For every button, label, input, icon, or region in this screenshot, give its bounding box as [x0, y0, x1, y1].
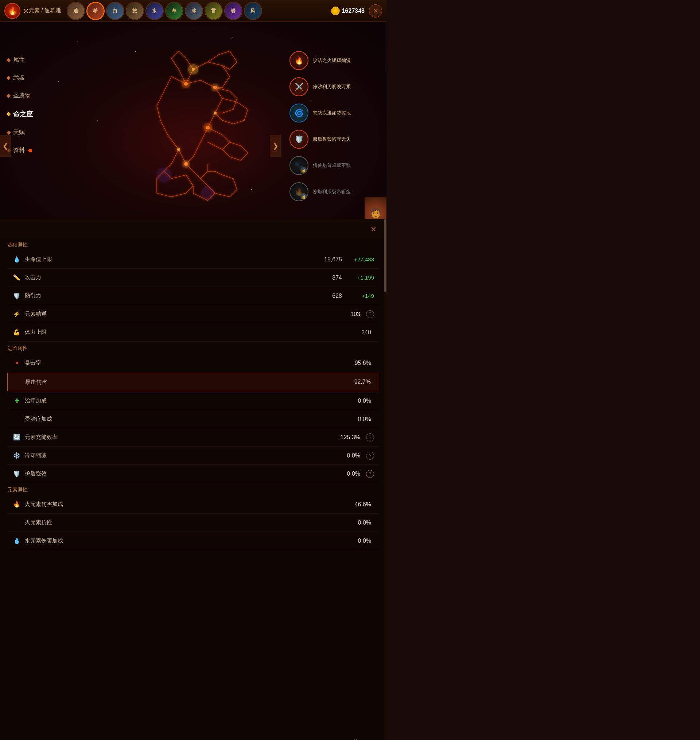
nav-item-weapon[interactable]: 武器 [0, 69, 55, 87]
ability-item-1[interactable]: 🔥 皎洁之火铓辉灿漫 [284, 47, 387, 73]
em-icon: ⚡ [12, 310, 21, 319]
stat-row-critdmg: 暴击伤害 92.7% [7, 373, 379, 391]
ability-item-5[interactable]: 🐾 🔒 猎兽魁首卓萃不羁 [284, 153, 387, 179]
stat-name-hydro-dmg: 水元素伤害加成 [25, 537, 346, 544]
critrate-icon: ✦ [12, 359, 21, 367]
stat-name-pyro-res: 火元素抗性 [25, 519, 346, 526]
stat-name-shield: 护盾强效 [25, 470, 335, 477]
stat-row-em: ⚡ 元素精通 103 ? [7, 305, 379, 323]
energy-help-button[interactable]: ? [366, 433, 374, 442]
ability-name-1: 皎洁之火铓辉灿漫 [313, 57, 351, 64]
constellation-display: 🔥 皎洁之火铓辉灿漫 ⚔️ 净沙利刃明映万乘 🌀 怒势疾迅如焚掠地 🛡️ [0, 22, 387, 219]
svg-point-11 [182, 160, 190, 168]
stat-value-critrate: 95.6% [346, 360, 371, 366]
notification-badge [28, 149, 32, 153]
ability-item-6[interactable]: 🔥 🔒 燎燃利爪裂帛斩金 [284, 179, 387, 205]
stat-name-healing: 治疗加成 [25, 397, 346, 404]
svg-point-7 [182, 79, 190, 88]
section-advanced: 进阶属性 [7, 342, 379, 354]
panel-close-button[interactable]: ✕ [368, 223, 379, 235]
energy-icon: 🔄 [12, 433, 21, 442]
ability-icon-3: 🌀 [290, 104, 309, 122]
healing-icon: ✚ [12, 396, 21, 405]
ability-name-5: 猎兽魁首卓萃不羁 [313, 162, 351, 169]
svg-point-10 [203, 123, 212, 132]
ability-item-2[interactable]: ⚔️ 净沙利刃明映万乘 [284, 73, 387, 100]
ability-icon-6: 🔥 🔒 [290, 182, 309, 201]
stat-value-incoming-heal: 0.0% [346, 416, 371, 423]
nav-item-constellation[interactable]: 命之座 [0, 104, 55, 123]
stats-panel: ✕ 基础属性 💧 生命值上限 15,675 +27,483 ✏️ 攻击力 874… [0, 219, 387, 740]
pyro-res-icon [12, 518, 21, 527]
stat-value-pyro-dmg: 46.6% [346, 501, 371, 508]
ability-list: 🔥 皎洁之火铓辉灿漫 ⚔️ 净沙利刃明映万乘 🌀 怒势疾迅如焚掠地 🛡️ [284, 44, 387, 208]
ability-item-4[interactable]: 🛡️ 服膺誓禁恪守无失 [284, 126, 387, 153]
top-bar: 🔥 火元素 / 迪希雅 迪 希 白 旅 水 草 冰 雷 [0, 0, 387, 22]
ability-name-6: 燎燃利爪裂帛斩金 [313, 188, 351, 195]
stat-row-incoming-heal: 受治疗加成 0.0% [7, 410, 379, 428]
nav-bullet-icon [7, 94, 10, 98]
svg-point-8 [212, 84, 219, 91]
ability-name-3: 怒势疾迅如焚掠地 [313, 110, 351, 116]
stat-row-critrate: ✦ 暴击率 95.6% [7, 354, 379, 372]
stat-value-pyro-res: 0.0% [346, 520, 371, 526]
gold-display: 1627348 [331, 7, 365, 15]
char-tab-6[interactable]: 草 [165, 2, 183, 20]
svg-point-13 [201, 186, 215, 200]
shield-help-button[interactable]: ? [366, 470, 374, 478]
hp-icon: 💧 [12, 255, 21, 264]
stat-name-stamina: 体力上限 [25, 329, 346, 336]
gold-coin-icon [331, 7, 340, 15]
stat-name-incoming-heal: 受治疗加成 [25, 416, 346, 423]
svg-point-6 [214, 112, 216, 115]
stat-row-energy: 🔄 元素充能效率 125.3% ? [7, 428, 379, 446]
nav-right-arrow[interactable]: ❯ [270, 135, 281, 157]
stat-value-critdmg: 92.7% [345, 379, 371, 385]
stat-row-atk: ✏️ 攻击力 874 +1,199 [7, 269, 379, 287]
nav-left-arrow[interactable]: ❮ [0, 135, 11, 157]
scroll-bar[interactable] [384, 219, 387, 740]
scroll-thumb[interactable] [384, 219, 387, 292]
char-tab-1[interactable]: 迪 [67, 2, 85, 20]
char-tab-7[interactable]: 冰 [185, 2, 203, 20]
stat-name-critdmg: 暴击伤害 [25, 379, 345, 386]
ability-item-3[interactable]: 🌀 怒势疾迅如焚掠地 [284, 100, 387, 126]
stat-bonus-def: +149 [345, 293, 374, 299]
def-icon: 🛡️ [12, 292, 21, 300]
stat-row-def: 🛡️ 防御力 628 +149 [7, 287, 379, 305]
em-help-button[interactable]: ? [366, 310, 374, 318]
nav-bullet-icon [7, 58, 10, 62]
stat-row-pyro-dmg: 🔥 火元素伤害加成 46.6% [7, 495, 379, 514]
lock-icon-5: 🔒 [300, 167, 307, 173]
char-tab-3[interactable]: 白 [106, 2, 124, 20]
stat-value-cooldown: 0.0% [335, 452, 360, 459]
char-tab-5[interactable]: 水 [146, 2, 164, 20]
char-tab-4[interactable]: 旅 [126, 2, 144, 20]
atk-icon: ✏️ [12, 273, 21, 282]
stat-bonus-atk: +1,199 [345, 275, 374, 281]
char-tab-10[interactable]: 风 [244, 2, 262, 20]
stat-row-cooldown: ❄️ 冷却缩减 0.0% ? [7, 446, 379, 465]
pyro-icon: 🔥 [12, 500, 21, 509]
stat-name-cooldown: 冷却缩减 [25, 452, 335, 459]
char-tab-8[interactable]: 雷 [204, 2, 223, 20]
ability-name-2: 净沙利刃明映万乘 [313, 84, 351, 90]
ability-icon-5: 🐾 🔒 [290, 156, 309, 175]
svg-point-12 [157, 168, 171, 182]
ability-icon-1: 🔥 [290, 51, 309, 70]
close-button[interactable]: ✕ [369, 4, 382, 18]
stat-value-atk: 874 [316, 275, 342, 281]
stat-name-hp: 生命值上限 [25, 256, 316, 263]
nav-active-bullet-icon [7, 112, 10, 116]
stamina-icon: 💪 [12, 328, 21, 337]
nav-bullet-icon [7, 76, 10, 80]
cooldown-help-button[interactable]: ? [366, 452, 374, 460]
stat-name-atk: 攻击力 [25, 274, 316, 281]
nav-item-attributes[interactable]: 属性 [0, 51, 55, 69]
critdmg-icon [13, 378, 22, 386]
stat-name-em: 元素精通 [25, 311, 335, 317]
section-basic: 基础属性 [7, 238, 379, 250]
char-tab-2[interactable]: 希 [87, 2, 104, 20]
char-tab-9[interactable]: 岩 [224, 2, 243, 20]
nav-item-artifacts[interactable]: 圣遗物 [0, 87, 55, 104]
